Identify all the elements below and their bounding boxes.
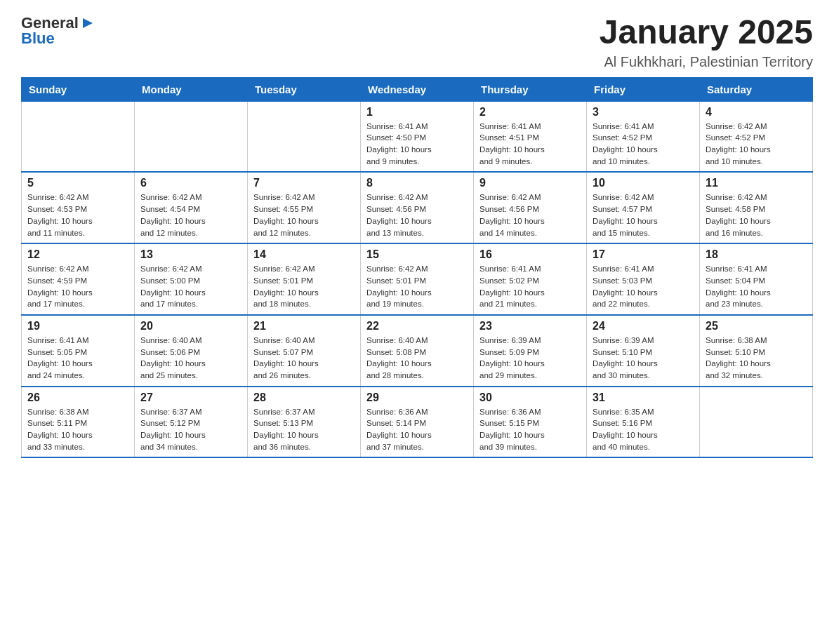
day-info: Sunrise: 6:35 AM Sunset: 5:16 PM Dayligh… bbox=[593, 406, 694, 453]
day-number: 22 bbox=[366, 320, 468, 333]
day-number: 18 bbox=[706, 248, 807, 261]
day-cell: 16Sunrise: 6:41 AM Sunset: 5:02 PM Dayli… bbox=[474, 243, 587, 315]
day-number: 14 bbox=[253, 248, 355, 261]
day-info: Sunrise: 6:37 AM Sunset: 5:12 PM Dayligh… bbox=[140, 406, 241, 453]
header-cell-tuesday: Tuesday bbox=[248, 77, 361, 101]
day-number: 1 bbox=[366, 106, 468, 119]
day-cell: 8Sunrise: 6:42 AM Sunset: 4:56 PM Daylig… bbox=[361, 172, 474, 243]
day-number: 29 bbox=[366, 391, 468, 404]
day-cell: 31Sunrise: 6:35 AM Sunset: 5:16 PM Dayli… bbox=[587, 387, 700, 458]
day-number: 21 bbox=[253, 320, 355, 333]
day-info: Sunrise: 6:42 AM Sunset: 5:01 PM Dayligh… bbox=[253, 263, 355, 310]
day-number: 5 bbox=[27, 177, 128, 189]
day-cell: 17Sunrise: 6:41 AM Sunset: 5:03 PM Dayli… bbox=[587, 243, 700, 315]
day-cell: 12Sunrise: 6:42 AM Sunset: 4:59 PM Dayli… bbox=[22, 243, 135, 315]
day-info: Sunrise: 6:42 AM Sunset: 5:01 PM Dayligh… bbox=[366, 263, 468, 310]
header-cell-wednesday: Wednesday bbox=[361, 77, 474, 101]
day-info: Sunrise: 6:40 AM Sunset: 5:07 PM Dayligh… bbox=[253, 335, 355, 382]
day-number: 30 bbox=[479, 391, 581, 404]
day-number: 6 bbox=[140, 177, 241, 189]
day-info: Sunrise: 6:41 AM Sunset: 4:52 PM Dayligh… bbox=[593, 121, 694, 168]
day-cell bbox=[22, 101, 135, 172]
day-cell: 26Sunrise: 6:38 AM Sunset: 5:11 PM Dayli… bbox=[22, 387, 135, 458]
header-cell-thursday: Thursday bbox=[474, 77, 587, 101]
day-number: 9 bbox=[479, 177, 581, 189]
calendar-header: SundayMondayTuesdayWednesdayThursdayFrid… bbox=[22, 77, 813, 101]
day-cell: 10Sunrise: 6:42 AM Sunset: 4:57 PM Dayli… bbox=[587, 172, 700, 243]
svg-marker-0 bbox=[83, 18, 93, 28]
day-cell: 4Sunrise: 6:42 AM Sunset: 4:52 PM Daylig… bbox=[700, 101, 813, 172]
day-number: 17 bbox=[593, 248, 694, 261]
day-cell: 3Sunrise: 6:41 AM Sunset: 4:52 PM Daylig… bbox=[587, 101, 700, 172]
header-cell-saturday: Saturday bbox=[700, 77, 813, 101]
day-number: 12 bbox=[27, 248, 128, 261]
day-info: Sunrise: 6:41 AM Sunset: 5:04 PM Dayligh… bbox=[706, 263, 807, 310]
day-info: Sunrise: 6:42 AM Sunset: 4:54 PM Dayligh… bbox=[140, 192, 241, 239]
day-cell: 14Sunrise: 6:42 AM Sunset: 5:01 PM Dayli… bbox=[248, 243, 361, 315]
day-cell: 20Sunrise: 6:40 AM Sunset: 5:06 PM Dayli… bbox=[135, 315, 248, 387]
day-number: 16 bbox=[479, 248, 581, 261]
header-row: SundayMondayTuesdayWednesdayThursdayFrid… bbox=[22, 77, 813, 101]
day-info: Sunrise: 6:41 AM Sunset: 5:02 PM Dayligh… bbox=[479, 263, 581, 310]
day-info: Sunrise: 6:41 AM Sunset: 4:50 PM Dayligh… bbox=[366, 121, 468, 168]
title-area: January 2025 Al Fukhkhari, Palestinian T… bbox=[600, 14, 813, 70]
logo-text-blue: Blue bbox=[21, 29, 55, 48]
day-info: Sunrise: 6:38 AM Sunset: 5:10 PM Dayligh… bbox=[706, 335, 807, 382]
day-cell: 28Sunrise: 6:37 AM Sunset: 5:13 PM Dayli… bbox=[248, 387, 361, 458]
day-cell: 5Sunrise: 6:42 AM Sunset: 4:53 PM Daylig… bbox=[22, 172, 135, 243]
day-info: Sunrise: 6:40 AM Sunset: 5:06 PM Dayligh… bbox=[140, 335, 241, 382]
day-number: 11 bbox=[706, 177, 807, 189]
day-cell: 11Sunrise: 6:42 AM Sunset: 4:58 PM Dayli… bbox=[700, 172, 813, 243]
day-cell: 9Sunrise: 6:42 AM Sunset: 4:56 PM Daylig… bbox=[474, 172, 587, 243]
day-info: Sunrise: 6:36 AM Sunset: 5:14 PM Dayligh… bbox=[366, 406, 468, 453]
day-number: 20 bbox=[140, 320, 241, 333]
day-info: Sunrise: 6:42 AM Sunset: 4:56 PM Dayligh… bbox=[366, 192, 468, 239]
day-cell: 7Sunrise: 6:42 AM Sunset: 4:55 PM Daylig… bbox=[248, 172, 361, 243]
day-number: 3 bbox=[593, 106, 694, 119]
day-info: Sunrise: 6:42 AM Sunset: 4:55 PM Dayligh… bbox=[253, 192, 355, 239]
day-info: Sunrise: 6:39 AM Sunset: 5:09 PM Dayligh… bbox=[479, 335, 581, 382]
day-info: Sunrise: 6:42 AM Sunset: 4:57 PM Dayligh… bbox=[593, 192, 694, 239]
day-number: 7 bbox=[253, 177, 355, 189]
day-info: Sunrise: 6:42 AM Sunset: 4:53 PM Dayligh… bbox=[27, 192, 128, 239]
day-number: 25 bbox=[706, 320, 807, 333]
day-cell: 27Sunrise: 6:37 AM Sunset: 5:12 PM Dayli… bbox=[135, 387, 248, 458]
header-cell-monday: Monday bbox=[135, 77, 248, 101]
day-cell: 2Sunrise: 6:41 AM Sunset: 4:51 PM Daylig… bbox=[474, 101, 587, 172]
week-row-2: 5Sunrise: 6:42 AM Sunset: 4:53 PM Daylig… bbox=[22, 172, 813, 243]
day-number: 8 bbox=[366, 177, 468, 189]
day-number: 2 bbox=[479, 106, 581, 119]
day-cell bbox=[700, 387, 813, 458]
location: Al Fukhkhari, Palestinian Territory bbox=[600, 54, 813, 70]
day-cell: 21Sunrise: 6:40 AM Sunset: 5:07 PM Dayli… bbox=[248, 315, 361, 387]
day-number: 15 bbox=[366, 248, 468, 261]
day-cell: 24Sunrise: 6:39 AM Sunset: 5:10 PM Dayli… bbox=[587, 315, 700, 387]
day-cell: 23Sunrise: 6:39 AM Sunset: 5:09 PM Dayli… bbox=[474, 315, 587, 387]
day-cell: 25Sunrise: 6:38 AM Sunset: 5:10 PM Dayli… bbox=[700, 315, 813, 387]
logo-icon: General Blue bbox=[21, 14, 95, 48]
day-number: 31 bbox=[593, 391, 694, 404]
logo-arrow-icon bbox=[80, 15, 95, 31]
header-cell-sunday: Sunday bbox=[22, 77, 135, 101]
day-info: Sunrise: 6:36 AM Sunset: 5:15 PM Dayligh… bbox=[479, 406, 581, 453]
day-cell: 6Sunrise: 6:42 AM Sunset: 4:54 PM Daylig… bbox=[135, 172, 248, 243]
day-number: 4 bbox=[706, 106, 807, 119]
day-cell: 22Sunrise: 6:40 AM Sunset: 5:08 PM Dayli… bbox=[361, 315, 474, 387]
day-info: Sunrise: 6:42 AM Sunset: 4:52 PM Dayligh… bbox=[706, 121, 807, 168]
day-info: Sunrise: 6:39 AM Sunset: 5:10 PM Dayligh… bbox=[593, 335, 694, 382]
day-info: Sunrise: 6:37 AM Sunset: 5:13 PM Dayligh… bbox=[253, 406, 355, 453]
day-info: Sunrise: 6:40 AM Sunset: 5:08 PM Dayligh… bbox=[366, 335, 468, 382]
day-info: Sunrise: 6:41 AM Sunset: 5:05 PM Dayligh… bbox=[27, 335, 128, 382]
week-row-4: 19Sunrise: 6:41 AM Sunset: 5:05 PM Dayli… bbox=[22, 315, 813, 387]
day-number: 10 bbox=[593, 177, 694, 189]
day-number: 26 bbox=[27, 391, 128, 404]
day-cell: 29Sunrise: 6:36 AM Sunset: 5:14 PM Dayli… bbox=[361, 387, 474, 458]
day-cell: 13Sunrise: 6:42 AM Sunset: 5:00 PM Dayli… bbox=[135, 243, 248, 315]
day-info: Sunrise: 6:41 AM Sunset: 4:51 PM Dayligh… bbox=[479, 121, 581, 168]
day-number: 27 bbox=[140, 391, 241, 404]
day-cell: 1Sunrise: 6:41 AM Sunset: 4:50 PM Daylig… bbox=[361, 101, 474, 172]
month-title: January 2025 bbox=[600, 14, 813, 51]
day-number: 23 bbox=[479, 320, 581, 333]
day-cell: 19Sunrise: 6:41 AM Sunset: 5:05 PM Dayli… bbox=[22, 315, 135, 387]
day-number: 28 bbox=[253, 391, 355, 404]
